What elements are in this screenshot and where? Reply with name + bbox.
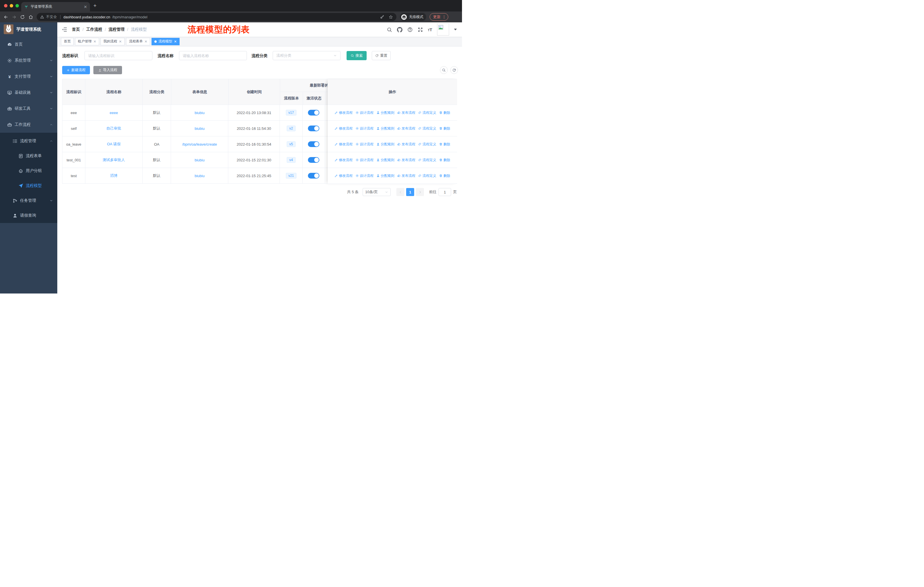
browser-tab[interactable]: 芋道管理系统 ✕ (21, 2, 90, 12)
action-分配规则[interactable]: 分配规则 (376, 110, 394, 115)
action-分配规则[interactable]: 分配规则 (376, 158, 394, 162)
font-size-icon[interactable]: TT (428, 27, 432, 32)
import-model-button[interactable]: 导入流程 (93, 66, 122, 74)
search-button[interactable]: 搜索 (346, 51, 366, 60)
action-发布流程[interactable]: 发布流程 (397, 110, 415, 115)
filter-select-流程分类[interactable]: 流程分类 (273, 51, 341, 60)
action-分配规则[interactable]: 分配规则 (376, 126, 394, 131)
tag-租户管理[interactable]: 租户管理✕ (75, 38, 99, 45)
fullscreen-icon[interactable] (417, 27, 423, 32)
sidebar-item-研发工具[interactable]: 研发工具 (0, 101, 57, 117)
app-logo[interactable]: 芋道管理系统 (0, 22, 57, 36)
model-name-link[interactable]: 滔博 (110, 173, 117, 178)
search-icon[interactable] (387, 27, 392, 32)
model-name-link[interactable]: 测试多审批人 (102, 157, 125, 162)
model-name-link[interactable]: eeee (110, 111, 118, 115)
tag-close-icon[interactable]: ✕ (119, 40, 122, 43)
create-model-button[interactable]: 新建流程 (62, 66, 90, 74)
action-设计流程[interactable]: 设计流程 (355, 126, 373, 131)
tag-首页[interactable]: 首页 (61, 38, 74, 45)
tag-我的流程[interactable]: 我的流程✕ (101, 38, 125, 45)
active-toggle[interactable] (308, 126, 319, 131)
action-删除[interactable]: 删除 (439, 126, 450, 131)
active-toggle[interactable] (308, 141, 319, 147)
sidebar-item-系统管理[interactable]: 系统管理 (0, 53, 57, 68)
help-icon[interactable] (407, 27, 413, 32)
sidebar-item-流程表单[interactable]: 流程表单 (0, 149, 57, 164)
action-流程定义[interactable]: 流程定义 (418, 110, 436, 115)
form-info-link[interactable]: biubiu (195, 158, 205, 162)
tab-close-icon[interactable]: ✕ (84, 5, 87, 9)
refresh-table-button[interactable] (450, 66, 458, 74)
address-bar[interactable]: 不安全 dashboard.yudao.iocoder.cn/bpm/manag… (37, 13, 396, 21)
breadcrumb-item[interactable]: 工作流程 (86, 27, 102, 32)
sidebar-item-基础设施[interactable]: 基础设施 (0, 84, 57, 101)
show-search-toggle-button[interactable] (440, 66, 448, 74)
action-流程定义[interactable]: 流程定义 (418, 142, 436, 147)
action-删除[interactable]: 删除 (439, 158, 450, 162)
filter-input-流程名称[interactable] (179, 51, 247, 60)
action-设计流程[interactable]: 设计流程 (355, 158, 373, 162)
sidebar-item-流程模型[interactable]: 流程模型 (0, 178, 57, 193)
filter-input-流程标识[interactable] (84, 51, 152, 60)
minimize-window-button[interactable] (10, 4, 13, 7)
action-删除[interactable]: 删除 (439, 142, 450, 147)
sidebar-item-用户分组[interactable]: 用户分组 (0, 164, 57, 178)
reload-icon[interactable] (20, 15, 25, 20)
version-badge[interactable]: v17 (286, 110, 297, 116)
breadcrumb-item[interactable]: 首页 (72, 27, 80, 32)
key-icon[interactable] (380, 15, 384, 19)
sidebar-item-任务管理[interactable]: 任务管理 (0, 193, 57, 208)
sidebar-item-请假查询[interactable]: 请假查询 (0, 208, 57, 223)
action-删除[interactable]: 删除 (439, 110, 450, 115)
sidebar-item-工作流程[interactable]: 工作流程 (0, 117, 57, 133)
browser-update-button[interactable]: 更新 (430, 13, 448, 21)
tag-close-icon[interactable]: ✕ (93, 40, 96, 43)
security-warning-icon[interactable] (40, 15, 44, 19)
action-设计流程[interactable]: 设计流程 (355, 142, 373, 147)
close-window-button[interactable] (4, 4, 7, 7)
action-设计流程[interactable]: 设计流程 (355, 174, 373, 178)
prev-page-button[interactable] (396, 188, 404, 196)
window-controls[interactable] (4, 4, 19, 7)
model-name-link[interactable]: 自己审批 (106, 126, 121, 131)
avatar-caret-icon[interactable] (454, 29, 457, 30)
action-发布流程[interactable]: 发布流程 (397, 158, 415, 162)
action-流程定义[interactable]: 流程定义 (418, 126, 436, 131)
action-发布流程[interactable]: 发布流程 (397, 142, 415, 147)
sidebar-item-支付管理[interactable]: ¥支付管理 (0, 68, 57, 84)
browser-menu-icon[interactable] (442, 15, 446, 19)
form-info-link[interactable]: biubiu (195, 111, 205, 115)
tag-close-icon[interactable]: ✕ (174, 40, 177, 43)
action-发布流程[interactable]: 发布流程 (397, 174, 415, 178)
reset-button[interactable]: 重置 (372, 51, 391, 60)
action-流程定义[interactable]: 流程定义 (418, 158, 436, 162)
action-修改流程[interactable]: 修改流程 (335, 158, 353, 162)
page-size-select[interactable]: 10条/页 (363, 188, 391, 196)
breadcrumb-item[interactable]: 流程管理 (109, 27, 125, 32)
action-分配规则[interactable]: 分配规则 (376, 174, 394, 178)
action-分配规则[interactable]: 分配规则 (376, 142, 394, 147)
sidebar-item-流程管理[interactable]: 流程管理 (0, 134, 57, 149)
sidebar-item-首页[interactable]: 首页 (0, 36, 57, 53)
form-info-link[interactable]: biubiu (195, 126, 205, 131)
sidebar-fold-icon[interactable] (61, 26, 67, 32)
active-toggle[interactable] (308, 110, 319, 116)
action-修改流程[interactable]: 修改流程 (335, 142, 353, 147)
form-info-link[interactable]: /bpm/oa/leave/create (182, 142, 217, 147)
tag-流程表单[interactable]: 流程表单✕ (126, 38, 150, 45)
action-流程定义[interactable]: 流程定义 (418, 174, 436, 178)
action-修改流程[interactable]: 修改流程 (335, 174, 353, 178)
action-删除[interactable]: 删除 (439, 174, 450, 178)
version-badge[interactable]: v4 (287, 157, 295, 163)
bookmark-star-icon[interactable] (389, 15, 393, 19)
new-tab-button[interactable]: + (93, 3, 97, 8)
next-page-button[interactable] (416, 188, 424, 196)
home-icon[interactable] (28, 15, 33, 20)
version-badge[interactable]: v21 (286, 173, 297, 179)
goto-page-input[interactable] (439, 188, 451, 196)
current-page-button[interactable]: 1 (406, 188, 414, 196)
version-badge[interactable]: v5 (287, 141, 295, 147)
action-发布流程[interactable]: 发布流程 (397, 126, 415, 131)
zoom-window-button[interactable] (15, 4, 19, 7)
